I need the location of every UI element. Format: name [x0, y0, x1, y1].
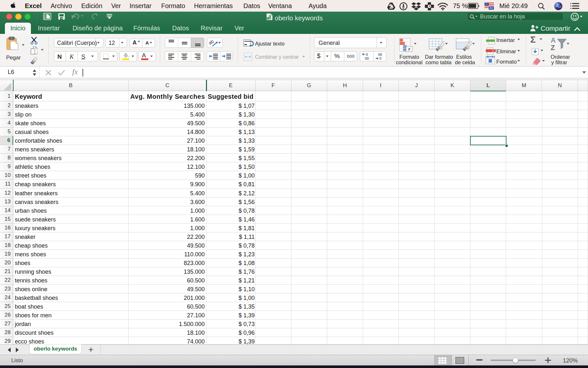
svg-text:X: X: [267, 17, 269, 19]
svg-text:Z: Z: [551, 44, 555, 52]
svg-text:A: A: [551, 36, 556, 44]
svg-text:PC: PC: [489, 7, 493, 10]
svg-text:00: 00: [378, 53, 382, 56]
svg-text:≠: ≠: [408, 46, 411, 52]
svg-text:0: 0: [379, 56, 381, 60]
svg-text:00: 00: [365, 56, 369, 60]
svg-text:0: 0: [366, 53, 368, 56]
